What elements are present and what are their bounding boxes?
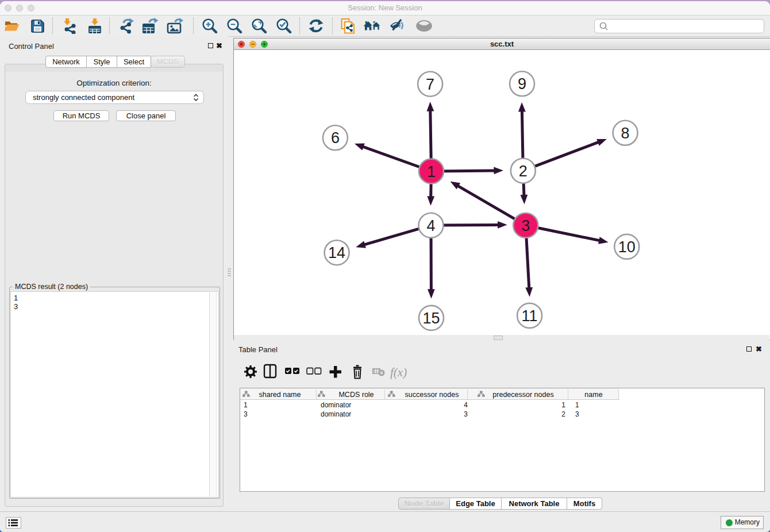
svg-text:14: 14 (328, 244, 345, 261)
svg-text:2: 2 (519, 163, 528, 180)
svg-text:7: 7 (426, 76, 434, 93)
svg-text:4: 4 (426, 217, 435, 234)
svg-text:3: 3 (521, 217, 530, 234)
svg-text:11: 11 (522, 307, 538, 325)
svg-text:9: 9 (518, 75, 526, 92)
svg-text:1: 1 (427, 163, 436, 180)
svg-text:15: 15 (422, 310, 440, 327)
svg-text:6: 6 (331, 129, 340, 147)
svg-text:10: 10 (618, 238, 636, 256)
svg-text:8: 8 (621, 125, 630, 142)
svg-text:f(x): f(x) (390, 365, 407, 379)
